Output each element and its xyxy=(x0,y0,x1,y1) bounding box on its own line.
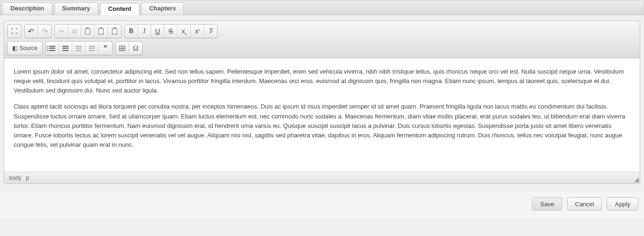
bold-button[interactable]: B xyxy=(125,25,138,38)
remove-format-button[interactable]: T× xyxy=(204,25,217,38)
content-paragraph: Lorem ipsum dolor sit amet, consectetur … xyxy=(14,67,630,95)
blockquote-button[interactable]: ” xyxy=(99,42,112,55)
elements-path-item-p[interactable]: p xyxy=(26,175,29,181)
save-button[interactable]: Save xyxy=(532,197,562,211)
remove-format-icon: T× xyxy=(209,27,213,35)
underline-button[interactable]: U xyxy=(151,25,164,38)
tab-chapters[interactable]: Chapters xyxy=(141,2,184,15)
content-paragraph: Class aptent taciti sociosqu ad litora t… xyxy=(14,102,630,150)
editor-container: ⛶ ↶ ↷ ✂ ⧉ B I U S xyxy=(4,21,640,184)
table-button[interactable] xyxy=(116,42,129,55)
omega-icon: Ω xyxy=(133,44,138,52)
undo-icon: ↶ xyxy=(28,27,34,36)
outdent-button[interactable] xyxy=(72,42,86,55)
superscript-icon: x² xyxy=(195,27,200,35)
editor-content-area[interactable]: Lorem ipsum dolor sit amet, consectetur … xyxy=(4,59,640,172)
italic-icon: I xyxy=(143,27,146,35)
bullet-list-icon xyxy=(62,46,69,51)
subscript-icon: x₂ xyxy=(182,27,187,35)
redo-button[interactable]: ↷ xyxy=(38,25,51,38)
elements-path-bar: body p xyxy=(4,172,640,183)
bold-icon: B xyxy=(129,27,133,35)
tab-strip: Description Summary Content Chapters xyxy=(0,0,644,15)
strike-button[interactable]: S xyxy=(164,25,178,38)
numbered-list-button[interactable] xyxy=(46,42,59,55)
tab-content[interactable]: Content xyxy=(100,3,139,15)
apply-button[interactable]: Apply xyxy=(607,197,638,211)
tab-description[interactable]: Description xyxy=(2,2,52,15)
special-char-button[interactable]: Ω xyxy=(129,42,142,55)
maximize-icon: ⛶ xyxy=(11,27,17,35)
strike-icon: S xyxy=(169,27,173,35)
bullet-list-button[interactable] xyxy=(59,42,72,55)
table-icon xyxy=(119,46,125,51)
italic-button[interactable]: I xyxy=(138,25,151,38)
subscript-button[interactable]: x₂ xyxy=(178,25,191,38)
cut-button[interactable]: ✂ xyxy=(55,25,68,38)
superscript-button[interactable]: x² xyxy=(191,25,204,38)
paste-text-button[interactable] xyxy=(94,25,108,38)
paste-icon xyxy=(85,28,90,34)
underline-icon: U xyxy=(155,27,160,35)
source-label: Source xyxy=(19,45,37,51)
source-icon: ◧ xyxy=(12,45,17,51)
undo-button[interactable]: ↶ xyxy=(25,25,38,38)
form-actions: Save Cancel Apply xyxy=(0,190,644,218)
numbered-list-icon xyxy=(49,46,55,51)
source-button[interactable]: ◧ Source xyxy=(8,42,42,55)
paste-word-button[interactable] xyxy=(108,25,121,38)
redo-icon: ↷ xyxy=(42,27,48,36)
scissors-icon: ✂ xyxy=(59,27,64,35)
resize-handle[interactable] xyxy=(634,177,639,182)
indent-icon xyxy=(89,46,95,51)
elements-path-item-body[interactable]: body xyxy=(9,175,21,181)
copy-button[interactable]: ⧉ xyxy=(68,25,81,38)
indent-button[interactable] xyxy=(86,42,99,55)
outdent-icon xyxy=(76,46,82,51)
paste-text-icon xyxy=(98,28,103,34)
cancel-button[interactable]: Cancel xyxy=(567,197,602,211)
blockquote-icon: ” xyxy=(103,44,107,52)
copy-icon: ⧉ xyxy=(72,27,77,35)
paste-word-icon xyxy=(112,28,117,34)
editor-toolbar: ⛶ ↶ ↷ ✂ ⧉ B I U S xyxy=(4,21,640,59)
paste-button[interactable] xyxy=(81,25,94,38)
tab-summary[interactable]: Summary xyxy=(54,2,98,15)
maximize-button[interactable]: ⛶ xyxy=(8,25,21,38)
